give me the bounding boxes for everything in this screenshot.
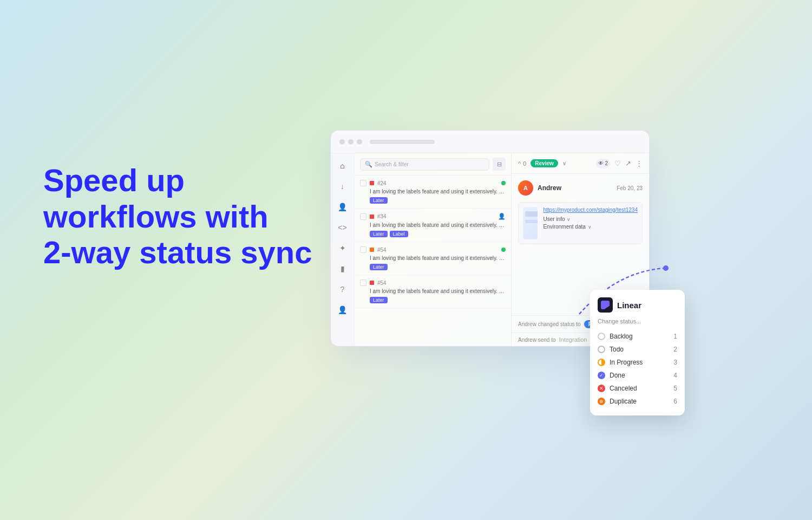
inprogress-label: In Progress [610,359,643,366]
status-left-done: ✓ Done [598,372,625,379]
issue-checkbox-3[interactable] [360,246,366,253]
priority-indicator-3 [370,248,374,252]
status-left-duplicate: ⊕ Duplicate [598,398,637,405]
issue-list-panel: 🔍 Search & filter ⊟ #24 I am loving the … [355,153,512,346]
priority-indicator-2 [370,214,374,219]
search-placeholder: Search & filter [375,161,409,167]
share-icon[interactable]: ↗ [625,159,631,167]
issue-tags-3: Later [360,264,506,270]
sidebar-icon-chart[interactable]: ▮ [337,263,349,275]
detail-date: Feb 20, 23 [617,185,643,191]
user-info-label: User info [543,216,565,222]
issue-tags-1: Later [360,197,506,204]
issue-tags-2: Later Label [360,231,506,237]
count-num: 0 [523,160,526,167]
backlog-label: Backlog [610,333,633,340]
status-item-done[interactable]: ✓ Done 4 [598,369,677,382]
titlebar-dot-3 [357,139,362,145]
sidebar-icon-star[interactable]: ✦ [337,242,349,254]
status-item-todo[interactable]: Todo 2 [598,343,677,356]
hero-title: Speed up workflows with 2-way status syn… [43,162,325,271]
issue-item-1[interactable]: #24 I am loving the labels feature and u… [355,176,511,209]
status-item-cancelled[interactable]: ✕ Canceled 5 [598,382,677,395]
titlebar-dot-2 [348,139,353,145]
todo-icon [598,346,605,353]
popup-subtitle: Change status... [598,318,677,324]
author-row: A Andrew Feb 20, 23 [518,180,643,196]
inprogress-icon [598,359,605,366]
linear-logo-icon [601,301,610,309]
tag-label-2: Label [390,231,408,237]
sidebar-icon-inbox[interactable]: ↓ [337,180,349,192]
detail-header: ^ 0 Review ∨ 👁 2 ♡ ↗ ⋮ [512,153,649,174]
issue-checkbox-1[interactable] [360,180,366,186]
more-icon[interactable]: ⋮ [636,159,643,167]
status-item-backlog[interactable]: Backlog 1 [598,330,677,343]
todo-label: Todo [610,346,624,353]
sidebar-icon-user[interactable]: 👤 [337,304,349,316]
status-item-inprogress[interactable]: In Progress 3 [598,356,677,369]
sidebar-icon-help[interactable]: ? [337,283,349,295]
issue-id-4: #54 [377,280,387,286]
duplicate-icon: ⊕ [598,398,605,405]
linear-popup: Linear Change status... Backlog 1 Todo 2… [590,290,685,415]
status-dot-1 [501,181,506,185]
backlog-icon [598,333,605,340]
status-item-duplicate[interactable]: ⊕ Duplicate 6 [598,395,677,408]
review-badge[interactable]: Review [531,159,558,167]
cancelled-icon: ✕ [598,385,605,392]
linear-title: Linear [617,301,641,310]
sidebar: ⌂ ↓ 👤 <> ✦ ▮ ? 👤 [331,153,355,346]
chevron-down-icon[interactable]: ∨ [562,160,566,166]
avatar: A [518,180,533,196]
sidebar-icon-person[interactable]: 👤 [337,201,349,213]
issue-text-1: I am loving the labels feature and using… [360,188,506,195]
env-data-label: Environment data [543,224,585,230]
popup-header: Linear [598,297,677,313]
title-bar [331,131,649,153]
done-num: 4 [673,372,677,379]
svg-point-0 [663,265,669,271]
issue-item-4[interactable]: #54 I am loving the labels feature and u… [355,275,511,308]
hero-line3: 2-way status sync [43,235,312,270]
preview-screenshot [523,207,538,239]
sidebar-icon-code[interactable]: <> [337,222,349,233]
chevron-right-icon-userinfo[interactable]: ∨ [567,217,571,222]
duplicate-num: 6 [673,398,677,405]
search-input[interactable]: 🔍 Search & filter [360,158,489,171]
issue-item-3[interactable]: #54 I am loving the labels feature and u… [355,242,511,275]
issue-tags-4: Later [360,297,506,303]
issue-item-2[interactable]: #34 👤 I am loving the labels feature and… [355,209,511,242]
titlebar-text-placeholder [370,140,435,144]
eye-count-badge: 👁 2 [596,159,610,168]
tag-later-1: Later [370,197,388,204]
heart-icon[interactable]: ♡ [614,159,621,167]
search-bar: 🔍 Search & filter ⊟ [355,153,511,176]
author-name: Andrew [538,184,561,192]
tag-later-2: Later [370,231,388,237]
hero-line1: Speed up [43,162,185,198]
sidebar-icon-home[interactable]: ⌂ [337,160,349,172]
preview-field-userinfo: User info ∨ [543,216,638,222]
duplicate-label: Duplicate [610,398,637,405]
hero-section: Speed up workflows with 2-way status syn… [43,162,325,271]
issue-text-2: I am loving the labels feature and using… [360,222,506,229]
hero-line2: workflows with [43,199,269,234]
tag-later-4: Later [370,297,388,303]
issue-id-1: #24 [377,180,387,186]
status-dot-3 [501,248,506,252]
filter-button[interactable]: ⊟ [493,158,506,171]
detail-preview: https://myproduct.com/staging/test1234 U… [518,202,643,244]
preview-link[interactable]: https://myproduct.com/staging/test1234 [543,207,638,213]
status-left-cancelled: ✕ Canceled [598,385,637,392]
preview-info: https://myproduct.com/staging/test1234 U… [543,207,638,239]
issue-checkbox-4[interactable] [360,280,366,286]
todo-num: 2 [673,346,677,353]
chevron-right-icon-envdata[interactable]: ∨ [588,224,592,230]
issue-text-4: I am loving the labels feature and using… [360,288,506,295]
priority-indicator-4 [370,281,374,285]
issue-checkbox-2[interactable] [360,213,366,220]
backlog-num: 1 [673,333,677,340]
inprogress-num: 3 [673,359,677,366]
issue-id-3: #54 [377,247,387,253]
